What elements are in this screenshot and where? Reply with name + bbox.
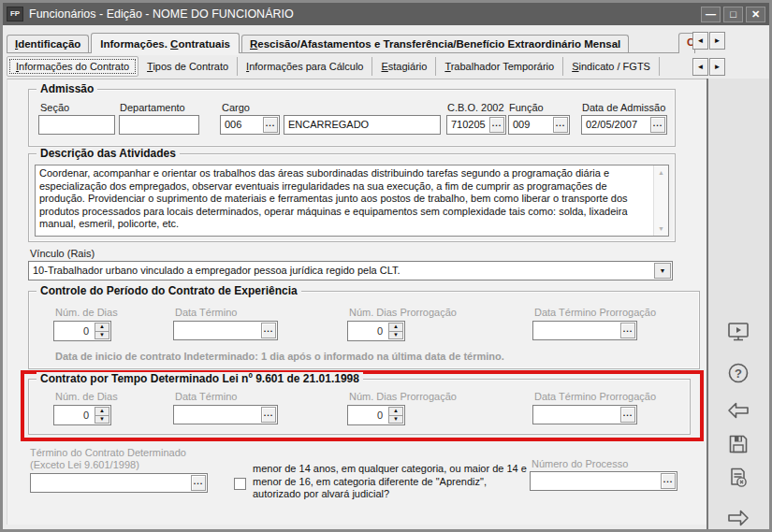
dropdown-arrow-button[interactable]: ▼ [654,263,671,279]
data-admissao-lookup-button[interactable]: ... [650,117,665,133]
secao-label: Seção [40,102,69,113]
data-admissao-field[interactable]: 02/05/2007 ... [581,115,667,135]
lei-data-termino-lookup-button[interactable]: ... [261,407,276,423]
funcao-lookup-button[interactable]: ... [553,117,568,133]
data-termino-lookup-button[interactable]: ... [261,323,276,338]
tab-informacoes-para-calculo[interactable]: Informações para Cálculo [238,57,372,76]
tab-estagiario[interactable]: Estagiário [372,57,436,76]
tab-identificacao[interactable]: Identificação [7,35,89,52]
data-prorrogacao-field[interactable]: ... [532,321,637,340]
descricao-text: Coordenar, acompanhar e orientar os trab… [39,167,649,234]
tab-sindicato-fgts[interactable]: Sindicato / FGTS [563,57,660,76]
spin-down-button[interactable]: ▼ [95,331,109,340]
lei-num-dias-spinner[interactable]: 0 ▲▼ [53,405,111,425]
num-dias-label: Núm. de Dias [55,307,118,318]
cancel-changes-button[interactable] [724,464,752,492]
secao-field[interactable] [38,115,115,135]
tab-label-part: rabalhador Temporário [451,61,554,72]
scroll-left-icon: ◄ [697,36,705,45]
experiencia-legend: Controle do Período do Contrato de Exper… [36,284,301,297]
lei-data-termino-field[interactable]: ... [173,405,278,424]
cargo-lookup-button[interactable]: ... [263,117,278,133]
lei-data-prorrogacao-field[interactable]: ... [532,405,637,424]
num-prorrogacao-spinner[interactable]: 0 ▲▼ [347,321,405,341]
cargo-name-field[interactable]: ENCARREGADO [284,115,441,135]
numero-processo-label: Número do Processo [532,458,628,469]
tab-informacoes-do-contrato[interactable]: Informações do Contrato [7,56,138,77]
num-prorrogacao-label: Núm. Dias Prorrogação [349,391,457,402]
lei-data-prorrogacao-lookup-button[interactable]: ... [620,407,635,423]
tab-label-part: nformações para Cálculo [249,61,363,72]
cbo-field[interactable]: 710205 ... [446,115,506,135]
data-admissao-value: 02/05/2007 [586,119,648,130]
scrollbar-down-icon[interactable]: ▼ [654,225,668,232]
experiencia-fieldset: Controle do Período do Contrato de Exper… [28,291,700,369]
lei-num-prorrogacao-spinner[interactable]: 0 ▲▼ [347,405,405,425]
contract-info-panel: Admissão Seção Departamento Cargo 006 ..… [7,79,706,525]
admissao-legend: Admissão [36,82,97,95]
num-prorrogacao-value: 0 [377,325,383,337]
descricao-fieldset: Descrição das Atividades Coordenar, acom… [28,153,676,242]
spin-down-button[interactable]: ▼ [388,331,403,340]
cargo-code-field[interactable]: 006 ... [220,115,280,135]
tab-scroll-left-button[interactable]: ◄ [692,32,708,50]
data-termino-label: Data Término [175,391,237,402]
tab2-scroll-right-button[interactable]: ► [709,58,725,76]
spinner-buttons: ▲▼ [388,407,403,424]
numero-processo-field[interactable]: ... [530,471,677,491]
tab2-scroll-left-button[interactable]: ◄ [692,58,708,76]
num-prorrogacao-label: Núm. Dias Prorrogação [349,307,457,318]
tab-scroll-right-button[interactable]: ► [709,32,725,50]
tab-informacoes-contratuais[interactable]: Informações. Contratuais [91,33,240,53]
tab-rescisao-afastamentos[interactable]: Rescisão/Afastamentos e Transferência/Be… [241,35,629,52]
scroll-left-icon: ◄ [697,63,705,71]
departamento-field[interactable] [119,115,199,135]
app-window: FP Funcionários - Edição - NOME DO FUNCI… [0,0,772,532]
help-button[interactable]: ? [724,359,752,387]
scrollbar-up-icon[interactable]: ▲ [654,169,668,176]
num-dias-label: Núm. de Dias [55,391,118,402]
spin-down-button[interactable]: ▼ [95,415,109,424]
previous-record-button[interactable] [724,396,752,424]
window-controls: — □ ✕ [701,7,765,22]
maximize-button[interactable]: □ [723,7,743,22]
funcao-field[interactable]: 009 ... [508,115,570,135]
tab-tipos-de-contrato[interactable]: Tipos de Contrato [138,57,238,76]
spin-down-button[interactable]: ▼ [388,415,403,424]
data-prorrogacao-label: Data Término Prorrogação [534,307,656,318]
descricao-scrollbar[interactable]: ▲ ▼ [653,165,668,236]
vinculo-label: Vínculo (Rais) [30,248,95,259]
termino-contrato-sublabel: (Exceto Lei 9.601/1998) [30,459,139,470]
data-prorrogacao-lookup-button[interactable]: ... [620,323,635,338]
data-termino-label: Data Término [175,307,237,318]
tab-trabalhador-temporario[interactable]: Trabalhador Temporário [436,57,563,76]
minimize-button[interactable]: — [701,7,721,22]
num-dias-value: 0 [83,325,89,337]
tab-label-part: nformações do Contrato [19,61,129,72]
termino-contrato-field[interactable]: ... [30,473,208,493]
descricao-textarea[interactable]: Coordenar, acompanhar e orientar os trab… [35,165,669,237]
secondary-tab-bar: Informações do Contrato Tipos de Contrat… [7,55,692,78]
next-record-button[interactable] [724,504,752,532]
help-icon: ? [726,361,750,385]
vinculo-select[interactable]: 10-Trabalhador urbano vinculado a empreg… [28,261,673,280]
num-dias-spinner[interactable]: 0 ▲▼ [53,321,111,341]
spinner-buttons: ▲▼ [95,407,109,424]
numero-processo-lookup-button[interactable]: ... [661,473,676,489]
close-button[interactable]: ✕ [746,7,765,22]
save-button[interactable] [724,430,752,458]
minor-authorization-label: menor de 14 anos, em qualquer categoria,… [253,463,530,501]
minor-authorization-checkbox[interactable] [234,478,246,490]
window-title: Funcionários - Edição - NOME DO FUNCIONÁ… [29,7,701,21]
lei9601-fieldset: Contrato por Tempo Determinado Lei nº 9.… [28,379,691,435]
data-termino-field[interactable]: ... [173,321,278,340]
tab-label-part: S [572,61,578,72]
scroll-right-icon: ► [714,63,721,71]
cbo-lookup-button[interactable]: ... [489,117,504,133]
tab-label-part: escisão/Afastamentos e Transferência/Ben… [257,38,620,50]
termino-contrato-lookup-button[interactable]: ... [191,475,206,491]
screen-preview-button[interactable] [724,318,752,346]
lei9601-legend: Contrato por Tempo Determinado Lei nº 9.… [36,372,363,385]
funcao-label: Função [509,102,544,113]
save-icon [726,432,750,456]
